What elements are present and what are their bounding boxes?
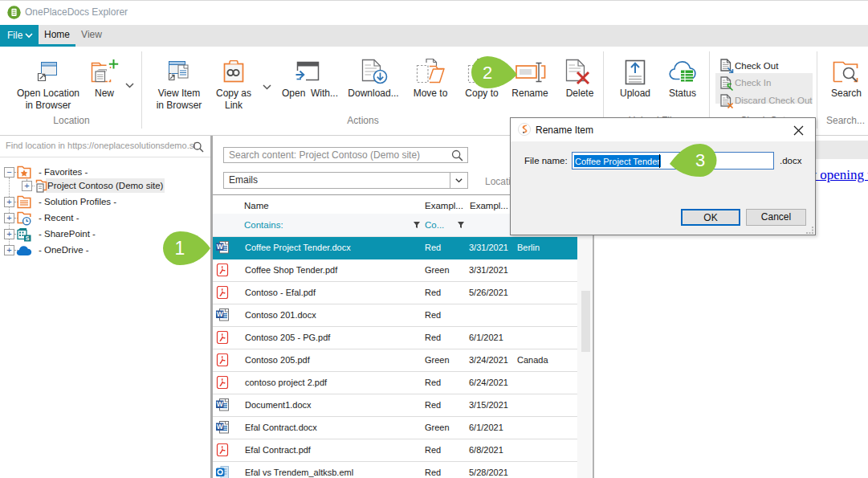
svg-text:S: S — [26, 235, 30, 241]
svg-text:1: 1 — [175, 238, 185, 259]
svg-text:2: 2 — [483, 63, 492, 83]
svg-text:3: 3 — [695, 150, 705, 170]
